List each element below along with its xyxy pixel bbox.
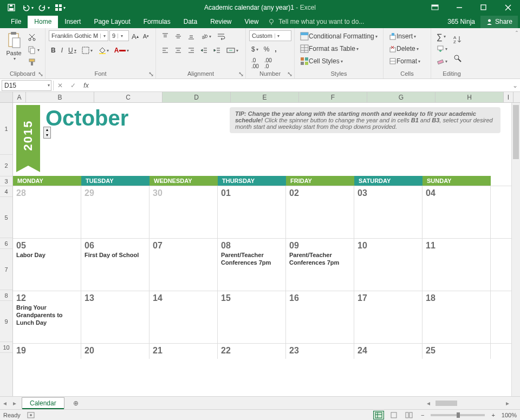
align-left-button[interactable] — [159, 44, 171, 56]
insert-cells-button[interactable]: Insert▾ — [387, 30, 427, 42]
calendar-cell[interactable]: 15 — [218, 291, 286, 343]
calendar-cell[interactable]: 06First Day of School — [81, 239, 150, 291]
calendar-cell[interactable]: 04 — [422, 186, 491, 238]
decrease-indent-button[interactable] — [198, 44, 210, 56]
align-bottom-button[interactable] — [185, 30, 197, 42]
align-right-button[interactable] — [185, 44, 197, 56]
calendar-cell[interactable]: 18 — [422, 291, 491, 343]
calendar-cell[interactable]: 22 — [218, 344, 286, 359]
merge-center-button[interactable]: ▾ — [224, 44, 240, 56]
row-header-5[interactable]: 5 — [0, 197, 12, 238]
number-launcher[interactable]: ⤡ — [286, 70, 293, 77]
account-name[interactable]: 365 Ninja — [442, 16, 480, 28]
col-header-H[interactable]: H — [435, 92, 504, 102]
calendar-cell[interactable]: 21 — [150, 344, 218, 359]
align-center-button[interactable] — [172, 44, 184, 56]
column-headers[interactable]: ABCDEFGHI — [0, 92, 520, 103]
calendar-cell[interactable]: 01 — [218, 186, 286, 238]
minimize-button[interactable] — [447, 0, 471, 15]
conditional-formatting-button[interactable]: Conditional Formatting▾ — [298, 30, 380, 42]
paste-button[interactable]: Paste ▾ — [3, 30, 24, 68]
calendar-cell[interactable]: 12Bring Your Grandparents to Lunch Day — [13, 291, 81, 343]
tab-file[interactable]: File — [4, 16, 28, 28]
cut-button[interactable] — [25, 31, 42, 43]
normal-view-button[interactable] — [373, 411, 384, 419]
macro-record-button[interactable] — [27, 412, 35, 418]
row-header-10[interactable]: 10 — [0, 342, 12, 353]
sheet-nav-next[interactable]: ▸ — [10, 399, 20, 407]
fill-button[interactable]: ▾ — [434, 43, 450, 55]
autosum-button[interactable]: ∑▾ — [434, 30, 450, 42]
save-button[interactable] — [3, 0, 20, 15]
calendar-cell[interactable]: 11 — [422, 239, 491, 291]
calendar-cell[interactable]: 20 — [81, 344, 150, 359]
font-color-button[interactable]: A▾ — [112, 44, 132, 56]
ribbon-display-options[interactable] — [422, 0, 447, 15]
format-cells-button[interactable]: Format▾ — [387, 55, 427, 67]
collapse-ribbon-button[interactable]: ˆ — [516, 30, 518, 38]
enter-formula-button[interactable]: ✓ — [67, 80, 80, 91]
row-header-8[interactable]: 8 — [0, 290, 12, 301]
zoom-level[interactable]: 100% — [502, 412, 517, 418]
row-headers[interactable]: 12345678910 — [0, 103, 13, 396]
calendar-cell[interactable]: 09Parent/Teacher Conferences 7pm — [286, 239, 354, 291]
calendar-cell[interactable]: 13 — [81, 291, 150, 343]
calendar-cell[interactable]: 25 — [422, 344, 491, 359]
decrease-font-button[interactable]: A▾ — [141, 30, 151, 42]
row-header-4[interactable]: 4 — [0, 186, 12, 197]
share-button[interactable]: Share — [480, 16, 518, 28]
horizontal-scrollbar[interactable]: ◂▸ — [425, 399, 511, 407]
calendar-cell[interactable]: 05Labor Day — [13, 239, 81, 291]
row-header-2[interactable]: 2 — [0, 155, 12, 176]
col-header-D[interactable]: D — [162, 92, 231, 102]
vertical-scrollbar[interactable] — [511, 103, 520, 396]
calendar-grid[interactable]: 2829300102030405Labor Day06First Day of … — [13, 186, 520, 359]
font-size-combo[interactable]: 9▾ — [109, 30, 129, 41]
col-header-E[interactable]: E — [231, 92, 299, 102]
sort-filter-button[interactable]: AZ — [451, 30, 465, 49]
calendar-cell[interactable]: 17 — [354, 291, 422, 343]
page-layout-view-button[interactable] — [388, 411, 399, 419]
zoom-out-button[interactable]: − — [419, 412, 426, 418]
row-header-9[interactable]: 9 — [0, 301, 12, 342]
expand-formula-bar[interactable]: ⌄ — [510, 82, 520, 89]
undo-button[interactable]: ▾ — [20, 0, 36, 15]
col-header-F[interactable]: F — [299, 92, 367, 102]
calendar-cell[interactable]: 02 — [286, 186, 354, 238]
font-name-combo[interactable]: Franklin Gothic M▾ — [49, 30, 108, 41]
calendar-cell[interactable]: 08Parent/Teacher Conferences 7pm — [218, 239, 286, 291]
calendar-cell[interactable]: 19 — [13, 344, 81, 359]
format-painter-button[interactable] — [25, 56, 42, 68]
calendar-cell[interactable]: 03 — [354, 186, 422, 238]
format-as-table-button[interactable]: Format as Table▾ — [298, 43, 380, 55]
calendar-cell[interactable]: 28 — [13, 186, 81, 238]
underline-button[interactable]: U▾ — [66, 44, 79, 56]
align-middle-button[interactable] — [172, 30, 184, 42]
calendar-cell[interactable]: 07 — [150, 239, 218, 291]
align-top-button[interactable] — [159, 30, 171, 42]
number-format-combo[interactable]: Custom▾ — [249, 30, 291, 41]
sheet-nav-prev[interactable]: ◂ — [0, 399, 10, 407]
calendar-cell[interactable]: 16 — [286, 291, 354, 343]
tab-review[interactable]: Review — [204, 16, 238, 28]
clipboard-launcher[interactable]: ⤡ — [37, 70, 44, 77]
tab-data[interactable]: Data — [177, 16, 204, 28]
borders-button[interactable]: ▾ — [80, 44, 95, 56]
name-box[interactable]: D15▾ — [2, 80, 51, 91]
find-select-button[interactable] — [451, 49, 465, 68]
calendar-cell[interactable]: 30 — [150, 186, 218, 238]
worksheet-area[interactable]: ABCDEFGHI 12345678910 2015 ▴▾ October TI… — [0, 92, 520, 396]
zoom-in-button[interactable]: + — [489, 412, 497, 418]
tab-insert[interactable]: Insert — [58, 16, 87, 28]
tab-page-layout[interactable]: Page Layout — [87, 16, 136, 28]
new-sheet-button[interactable]: ⊕ — [70, 397, 82, 409]
orientation-button[interactable]: ab▾ — [198, 30, 213, 42]
increase-font-button[interactable]: A▴ — [130, 30, 140, 42]
row-header-7[interactable]: 7 — [0, 249, 12, 290]
delete-cells-button[interactable]: Delete▾ — [387, 43, 427, 55]
calendar-cell[interactable]: 29 — [81, 186, 150, 238]
redo-button[interactable]: ▾ — [36, 0, 52, 15]
close-button[interactable] — [496, 0, 520, 15]
cancel-formula-button[interactable]: ✕ — [54, 80, 67, 91]
tab-home[interactable]: Home — [28, 16, 58, 28]
